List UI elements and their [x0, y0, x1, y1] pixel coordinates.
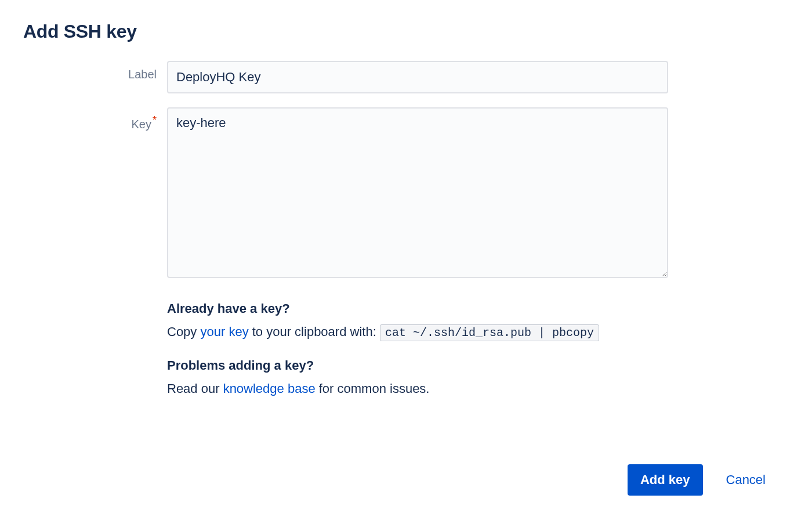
help-text-kb: Read our knowledge base for common issue…	[167, 379, 668, 398]
help-heading-already-have: Already have a key?	[167, 301, 668, 316]
key-label-text: Key	[132, 118, 151, 131]
cancel-button[interactable]: Cancel	[726, 472, 766, 487]
help2-post: for common issues.	[316, 381, 430, 396]
help2-pre: Read our	[167, 381, 223, 396]
key-row: Key*	[23, 107, 668, 280]
help-section: Already have a key? Copy your key to you…	[167, 301, 668, 398]
help-text-copy: Copy your key to your clipboard with: ca…	[167, 322, 668, 342]
page-title: Add SSH key	[23, 21, 789, 42]
help1-mid: to your clipboard with:	[249, 324, 380, 339]
key-textarea[interactable]	[167, 107, 668, 278]
knowledge-base-link[interactable]: knowledge base	[223, 381, 316, 396]
your-key-link[interactable]: your key	[200, 324, 248, 339]
help1-pre: Copy	[167, 324, 200, 339]
label-row: Label	[23, 61, 668, 93]
label-input[interactable]	[167, 61, 668, 93]
form-footer: Add key Cancel	[628, 464, 766, 496]
required-asterisk-icon: *	[153, 114, 157, 126]
copy-command-code: cat ~/.ssh/id_rsa.pub | pbcopy	[380, 324, 599, 341]
help-heading-problems: Problems adding a key?	[167, 358, 668, 373]
label-text: Label	[128, 68, 157, 81]
label-field-label: Label	[23, 61, 167, 81]
key-field-label: Key*	[23, 107, 167, 131]
add-key-button[interactable]: Add key	[628, 464, 703, 496]
ssh-key-form: Label Key* Already have a key? Copy your…	[23, 61, 668, 398]
